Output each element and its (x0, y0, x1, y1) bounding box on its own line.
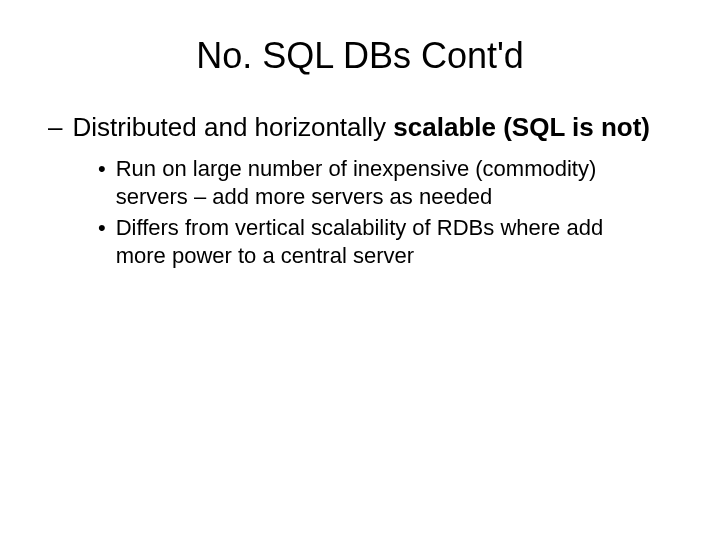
main-point-text-bold: scalable (SQL is not) (393, 112, 650, 142)
slide-container: No. SQL DBs Cont'd – Distributed and hor… (0, 0, 720, 540)
sub-bullet-1: • Run on large number of inexpensive (co… (40, 155, 680, 210)
main-point: – Distributed and horizontally scalable … (40, 112, 680, 143)
sub-bullet-2-text: Differs from vertical scalability of RDB… (116, 214, 680, 269)
main-point-text-a: Distributed and horizontally (72, 112, 393, 142)
bullet-icon: • (98, 155, 106, 183)
dash-bullet: – (48, 112, 62, 143)
sub-bullet-1-text: Run on large number of inexpensive (comm… (116, 155, 680, 210)
main-point-text: Distributed and horizontally scalable (S… (72, 112, 650, 143)
sub-bullet-2: • Differs from vertical scalability of R… (40, 214, 680, 269)
bullet-icon: • (98, 214, 106, 242)
slide-title: No. SQL DBs Cont'd (40, 35, 680, 77)
